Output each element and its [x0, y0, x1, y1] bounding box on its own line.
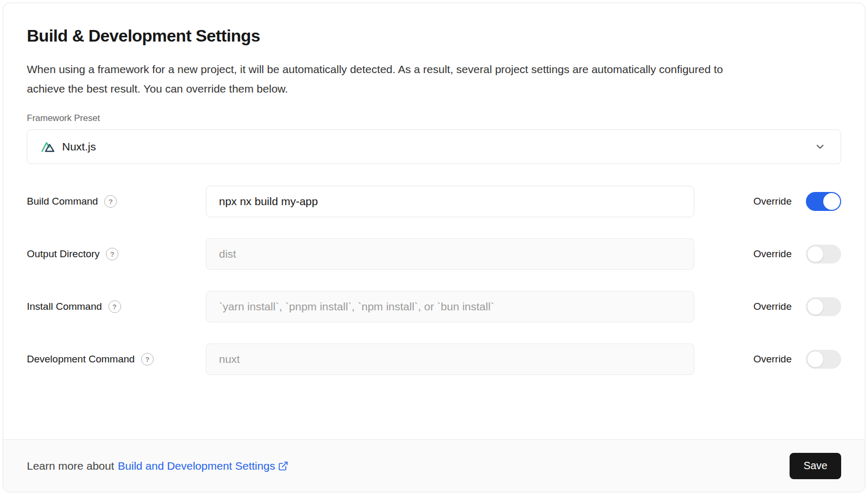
- build-command-label-group: Build Command ?: [27, 195, 206, 208]
- override-label: Override: [753, 196, 792, 207]
- card-footer: Learn more about Build and Development S…: [3, 439, 865, 492]
- development-command-row: Development Command ? Override: [27, 343, 841, 375]
- development-command-override-group: Override: [753, 350, 841, 369]
- install-command-label: Install Command: [27, 301, 102, 312]
- build-settings-link[interactable]: Build and Development Settings: [118, 460, 288, 472]
- help-icon[interactable]: ?: [108, 300, 121, 313]
- output-directory-override-group: Override: [753, 245, 841, 264]
- install-command-input[interactable]: [206, 291, 694, 322]
- nuxt-logo-icon: [41, 139, 55, 154]
- build-command-override-toggle[interactable]: [806, 192, 841, 211]
- toggle-knob: [823, 193, 840, 210]
- toggle-knob: [807, 351, 824, 368]
- build-command-label: Build Command: [27, 196, 98, 207]
- framework-preset-select[interactable]: Nuxt.js: [27, 129, 841, 164]
- toggle-knob: [807, 298, 824, 315]
- override-label: Override: [753, 353, 792, 365]
- override-label: Override: [753, 301, 792, 312]
- build-command-override-group: Override: [753, 192, 841, 211]
- save-button[interactable]: Save: [790, 453, 841, 479]
- install-command-row: Install Command ? Override: [27, 291, 841, 322]
- help-icon[interactable]: ?: [141, 353, 154, 366]
- development-command-label-group: Development Command ?: [27, 353, 206, 366]
- description-text: When using a framework for a new project…: [27, 59, 764, 98]
- install-command-override-toggle[interactable]: [806, 297, 841, 316]
- output-directory-input[interactable]: [206, 238, 694, 270]
- build-command-input[interactable]: [206, 186, 694, 217]
- learn-more-text: Learn more about Build and Development S…: [27, 460, 288, 472]
- development-command-override-toggle[interactable]: [806, 350, 841, 369]
- settings-rows: Build Command ? Override Output Director…: [27, 186, 841, 375]
- output-directory-override-toggle[interactable]: [806, 245, 841, 264]
- help-icon[interactable]: ?: [104, 195, 117, 208]
- output-directory-row: Output Directory ? Override: [27, 238, 841, 270]
- link-label: Build and Development Settings: [118, 460, 275, 472]
- development-command-label: Development Command: [27, 353, 135, 365]
- development-command-input[interactable]: [206, 343, 694, 375]
- override-label: Override: [753, 248, 792, 260]
- help-icon[interactable]: ?: [106, 248, 118, 260]
- output-directory-label: Output Directory: [27, 248, 99, 260]
- chevron-down-icon: [814, 141, 826, 153]
- framework-preset-label: Framework Preset: [27, 113, 841, 124]
- install-command-label-group: Install Command ?: [27, 300, 206, 313]
- toggle-knob: [807, 246, 824, 262]
- output-directory-label-group: Output Directory ?: [27, 248, 206, 260]
- build-command-row: Build Command ? Override: [27, 186, 841, 217]
- install-command-override-group: Override: [753, 297, 841, 316]
- framework-selected-value: Nuxt.js: [62, 140, 96, 153]
- build-settings-card: Build & Development Settings When using …: [3, 3, 865, 492]
- card-body: Build & Development Settings When using …: [3, 3, 865, 439]
- page-title: Build & Development Settings: [27, 26, 841, 46]
- learn-more-prefix: Learn more about: [27, 460, 114, 472]
- external-link-icon: [278, 461, 288, 471]
